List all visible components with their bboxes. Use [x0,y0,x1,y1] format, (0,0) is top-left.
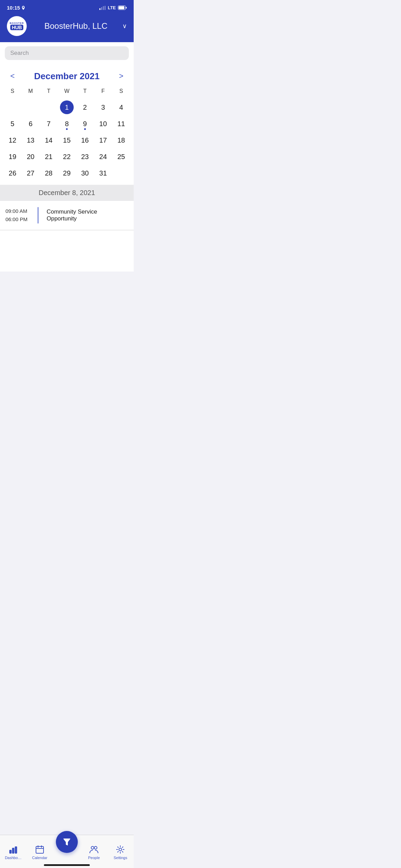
calendar-day-20[interactable]: 20 [22,148,40,165]
calendar-day-31[interactable]: 31 [94,165,112,181]
calendar-day-24[interactable]: 24 [94,148,112,165]
svg-rect-5 [119,6,124,9]
day-header-mon: M [22,86,40,96]
calendar-day-12[interactable]: 12 [3,132,22,148]
time-display: 10:15 [7,5,20,11]
status-indicators: LTE [99,5,127,10]
battery-icon [118,5,127,10]
calendar-grid: 1 2 3 4 5 6 7 8 9 10 11 12 13 14 15 16 1… [3,99,130,181]
calendar-day-22[interactable]: 22 [58,148,76,165]
svg-rect-2 [103,6,104,10]
calendar-day-18[interactable]: 18 [112,132,130,148]
calendar-day-9[interactable]: 9 [76,116,94,132]
calendar-day-29[interactable]: 29 [58,165,76,181]
event-item[interactable]: 09:00 AM 06:00 PM Community Service Oppo… [0,201,134,230]
calendar-day-8[interactable]: 8 [58,116,76,132]
status-bar: 10:15 LTE [0,0,134,13]
calendar-day-4[interactable]: 4 [112,99,130,116]
calendar-day-2[interactable]: 2 [76,99,94,116]
org-name: BoosterHub, LLC [32,21,120,31]
events-list: 09:00 AM 06:00 PM Community Service Oppo… [0,201,134,230]
calendar-month-year: December 2021 [34,71,100,82]
app-header: BOOSTER HUB BoosterHub, LLC ∨ [0,13,134,42]
search-container [0,42,134,64]
event-start-time: 09:00 AM [5,207,33,215]
logo-hub-text: HUB [10,25,24,30]
calendar-day-27[interactable]: 27 [22,165,40,181]
day-header-thu: T [76,86,94,96]
calendar: < December 2021 > S M T W T F S 1 2 3 4 … [0,64,134,185]
calendar-day-1[interactable]: 1 [58,99,76,116]
calendar-day-11[interactable]: 11 [112,116,130,132]
search-input[interactable] [5,46,129,60]
events-date-header: December 8, 2021 [0,185,134,201]
event-divider [38,207,38,224]
calendar-day-14[interactable]: 14 [40,132,58,148]
calendar-day-7[interactable]: 7 [40,116,58,132]
svg-rect-1 [101,7,102,10]
calendar-day-26[interactable]: 26 [3,165,22,181]
calendar-day-empty [3,99,22,116]
location-icon [21,6,25,10]
calendar-day-23[interactable]: 23 [76,148,94,165]
calendar-day-3[interactable]: 3 [94,99,112,116]
calendar-day-21[interactable]: 21 [40,148,58,165]
svg-rect-3 [105,6,106,10]
day-header-sun: S [3,86,22,96]
calendar-day-30[interactable]: 30 [76,165,94,181]
svg-rect-6 [126,7,127,9]
calendar-day-19[interactable]: 19 [3,148,22,165]
calendar-day-empty [22,99,40,116]
network-type: LTE [108,5,116,10]
calendar-day-13[interactable]: 13 [22,132,40,148]
calendar-prev-button[interactable]: < [7,70,18,82]
calendar-next-button[interactable]: > [116,70,127,82]
calendar-day-15[interactable]: 15 [58,132,76,148]
calendar-header: < December 2021 > [3,64,130,86]
calendar-day-10[interactable]: 10 [94,116,112,132]
day-header-fri: F [94,86,112,96]
calendar-day-16[interactable]: 16 [76,132,94,148]
day-header-wed: W [58,86,76,96]
calendar-day-6[interactable]: 6 [22,116,40,132]
calendar-day-empty [112,165,130,181]
svg-rect-0 [99,8,100,10]
status-time-area: 10:15 [7,5,25,11]
day-header-tue: T [40,86,58,96]
logo-booster-text: BOOSTER [10,22,24,24]
calendar-day-17[interactable]: 17 [94,132,112,148]
org-dropdown-chevron[interactable]: ∨ [122,22,127,30]
event-end-time: 06:00 PM [5,215,33,224]
calendar-day-25[interactable]: 25 [112,148,130,165]
calendar-day-28[interactable]: 28 [40,165,58,181]
day-header-sat: S [112,86,130,96]
event-title: Community Service Opportunity [43,207,128,224]
logo: BOOSTER HUB [7,16,27,36]
event-time: 09:00 AM 06:00 PM [5,207,33,224]
signal-icon [99,6,106,10]
calendar-day-empty [40,99,58,116]
content-spacer [0,230,134,272]
calendar-day-5[interactable]: 5 [3,116,22,132]
calendar-days-header: S M T W T F S [3,86,130,96]
